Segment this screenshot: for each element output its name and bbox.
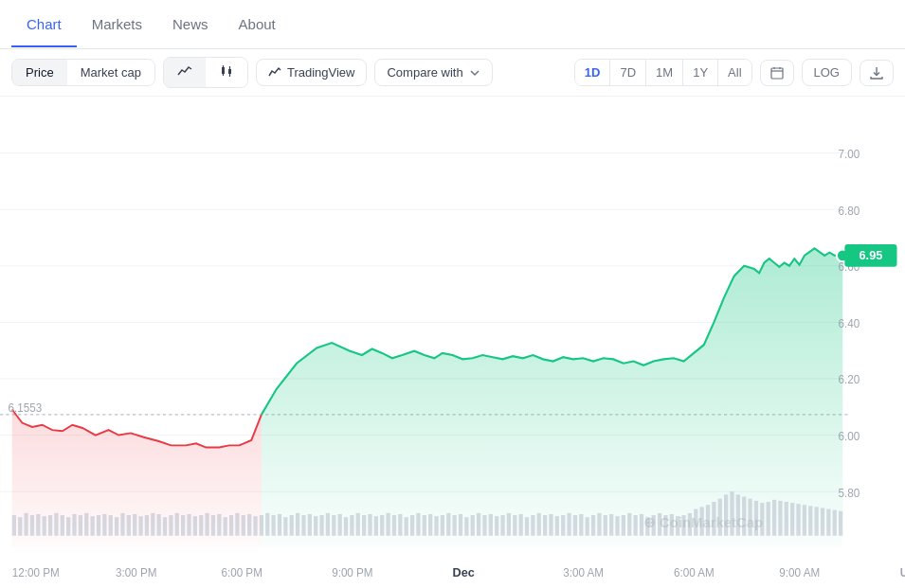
svg-rect-68	[290, 515, 294, 536]
price-button[interactable]: Price	[12, 60, 67, 85]
svg-rect-76	[338, 514, 342, 536]
svg-rect-112	[555, 516, 559, 536]
calendar-icon	[770, 66, 784, 80]
time-7d[interactable]: 7D	[610, 60, 646, 85]
svg-rect-84	[386, 513, 389, 536]
tab-markets[interactable]: Markets	[77, 3, 157, 47]
svg-rect-114	[567, 513, 570, 536]
svg-rect-86	[398, 514, 402, 536]
svg-text:USD: USD	[900, 566, 905, 579]
svg-text:6.1553: 6.1553	[8, 401, 42, 414]
svg-rect-80	[362, 515, 366, 536]
tradingview-button[interactable]: TradingView	[256, 59, 368, 86]
svg-text:6:00 PM: 6:00 PM	[221, 566, 262, 579]
svg-rect-49	[175, 513, 179, 536]
time-1y[interactable]: 1Y	[683, 60, 718, 85]
chart-type-group	[163, 57, 248, 88]
svg-rect-30	[61, 515, 64, 536]
svg-text:⊕ CoinMarketCap: ⊕ CoinMarketCap	[643, 514, 763, 530]
svg-rect-110	[543, 515, 547, 536]
time-1d[interactable]: 1D	[575, 60, 611, 85]
svg-rect-124	[627, 513, 631, 536]
svg-rect-54	[205, 513, 208, 536]
svg-rect-50	[181, 515, 185, 536]
svg-rect-39	[115, 517, 118, 536]
svg-rect-24	[24, 513, 27, 536]
log-button[interactable]: LOG	[802, 59, 852, 86]
svg-rect-32	[72, 514, 76, 536]
svg-rect-111	[549, 514, 552, 536]
svg-rect-36	[97, 515, 100, 536]
line-chart-button[interactable]	[164, 58, 206, 87]
svg-rect-154	[808, 506, 812, 535]
svg-rect-78	[350, 515, 353, 536]
svg-rect-103	[500, 515, 504, 536]
svg-rect-34	[84, 513, 88, 536]
svg-text:9:00 PM: 9:00 PM	[332, 566, 372, 579]
price-marketcap-group: Price Market cap	[11, 59, 155, 86]
svg-text:6.80: 6.80	[839, 204, 860, 216]
svg-rect-22	[12, 515, 16, 536]
svg-text:12:00 PM: 12:00 PM	[12, 566, 60, 579]
svg-text:3:00 PM: 3:00 PM	[116, 566, 156, 579]
svg-rect-106	[519, 514, 523, 536]
svg-rect-147	[767, 502, 770, 536]
svg-rect-102	[495, 516, 498, 536]
svg-rect-23	[18, 517, 22, 536]
svg-rect-43	[138, 516, 142, 536]
svg-rect-87	[405, 517, 408, 536]
toolbar: Price Market cap TradingView Compare wit…	[0, 49, 905, 97]
svg-rect-92	[434, 516, 438, 536]
svg-rect-118	[591, 515, 595, 536]
svg-text:6.00: 6.00	[839, 430, 860, 442]
svg-rect-28	[48, 515, 52, 536]
svg-rect-38	[109, 515, 113, 536]
svg-rect-82	[374, 516, 378, 536]
tab-about[interactable]: About	[224, 3, 291, 47]
candle-chart-icon	[219, 63, 234, 79]
svg-rect-45	[151, 513, 154, 536]
svg-rect-98	[471, 515, 475, 536]
svg-rect-57	[224, 517, 227, 536]
svg-rect-156	[821, 508, 824, 535]
svg-rect-96	[459, 514, 462, 536]
svg-rect-94	[446, 513, 450, 536]
svg-rect-62	[253, 516, 257, 536]
download-button[interactable]	[860, 60, 894, 86]
calendar-button[interactable]	[760, 60, 794, 86]
svg-rect-51	[187, 514, 190, 536]
svg-text:7.00: 7.00	[839, 148, 860, 160]
svg-rect-122	[615, 516, 619, 536]
svg-rect-116	[579, 514, 583, 536]
svg-rect-55	[211, 515, 215, 536]
tab-news[interactable]: News	[157, 3, 224, 47]
svg-rect-71	[308, 514, 312, 536]
svg-rect-35	[91, 516, 95, 536]
svg-rect-117	[586, 517, 589, 536]
svg-rect-33	[79, 515, 82, 536]
svg-rect-61	[247, 514, 251, 536]
svg-rect-99	[477, 513, 480, 536]
svg-rect-90	[423, 515, 426, 536]
marketcap-button[interactable]: Market cap	[67, 60, 154, 85]
svg-rect-150	[785, 502, 788, 536]
svg-rect-123	[622, 515, 625, 536]
svg-rect-125	[634, 515, 638, 536]
svg-rect-40	[120, 513, 124, 536]
tradingview-icon	[268, 66, 281, 80]
svg-rect-64	[265, 513, 269, 536]
compare-button[interactable]: Compare with	[374, 59, 492, 86]
svg-rect-6	[771, 68, 783, 79]
svg-rect-109	[537, 513, 541, 536]
svg-rect-53	[199, 515, 203, 536]
svg-rect-65	[272, 515, 276, 536]
svg-rect-47	[163, 517, 167, 536]
candle-chart-button[interactable]	[206, 58, 247, 87]
tab-chart[interactable]: Chart	[11, 3, 77, 47]
nav-tabs: Chart Markets News About	[0, 0, 905, 49]
download-icon	[870, 66, 883, 80]
svg-rect-37	[102, 514, 106, 536]
time-all[interactable]: All	[718, 60, 751, 85]
time-1m[interactable]: 1M	[646, 60, 683, 85]
svg-rect-27	[43, 516, 46, 536]
